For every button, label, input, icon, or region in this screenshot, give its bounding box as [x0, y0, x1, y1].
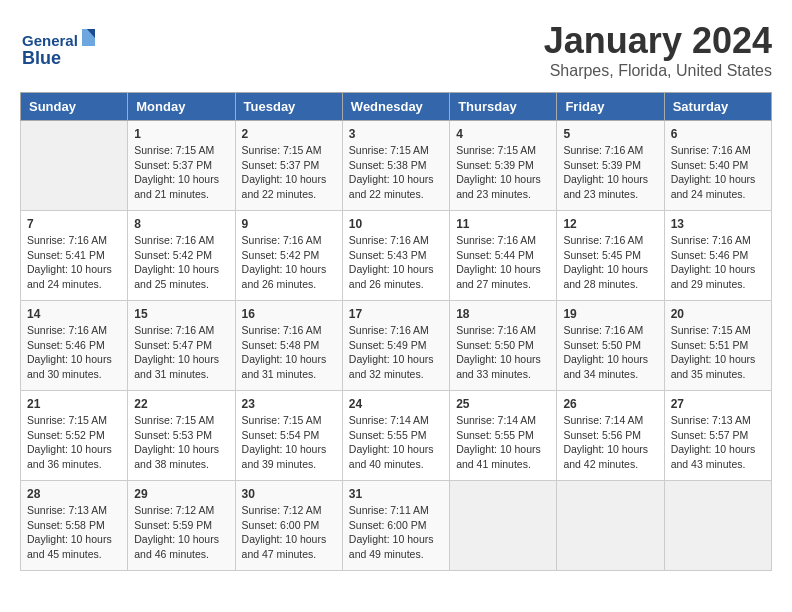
- day-number: 18: [456, 307, 550, 321]
- day-number: 14: [27, 307, 121, 321]
- day-info: Sunrise: 7:16 AMSunset: 5:42 PMDaylight:…: [242, 233, 336, 292]
- calendar-cell: 29Sunrise: 7:12 AMSunset: 5:59 PMDayligh…: [128, 481, 235, 571]
- calendar-cell: [450, 481, 557, 571]
- day-info: Sunrise: 7:16 AMSunset: 5:42 PMDaylight:…: [134, 233, 228, 292]
- calendar-cell: 20Sunrise: 7:15 AMSunset: 5:51 PMDayligh…: [664, 301, 771, 391]
- day-number: 25: [456, 397, 550, 411]
- calendar-cell: 25Sunrise: 7:14 AMSunset: 5:55 PMDayligh…: [450, 391, 557, 481]
- day-number: 21: [27, 397, 121, 411]
- day-number: 10: [349, 217, 443, 231]
- day-info: Sunrise: 7:15 AMSunset: 5:53 PMDaylight:…: [134, 413, 228, 472]
- calendar-subtitle: Sharpes, Florida, United States: [20, 62, 772, 80]
- day-info: Sunrise: 7:13 AMSunset: 5:57 PMDaylight:…: [671, 413, 765, 472]
- day-info: Sunrise: 7:11 AMSunset: 6:00 PMDaylight:…: [349, 503, 443, 562]
- day-number: 26: [563, 397, 657, 411]
- calendar-cell: 18Sunrise: 7:16 AMSunset: 5:50 PMDayligh…: [450, 301, 557, 391]
- day-info: Sunrise: 7:16 AMSunset: 5:47 PMDaylight:…: [134, 323, 228, 382]
- calendar-week-row: 21Sunrise: 7:15 AMSunset: 5:52 PMDayligh…: [21, 391, 772, 481]
- day-info: Sunrise: 7:16 AMSunset: 5:46 PMDaylight:…: [671, 233, 765, 292]
- day-info: Sunrise: 7:16 AMSunset: 5:40 PMDaylight:…: [671, 143, 765, 202]
- day-info: Sunrise: 7:16 AMSunset: 5:46 PMDaylight:…: [27, 323, 121, 382]
- calendar-cell: 9Sunrise: 7:16 AMSunset: 5:42 PMDaylight…: [235, 211, 342, 301]
- calendar-week-row: 28Sunrise: 7:13 AMSunset: 5:58 PMDayligh…: [21, 481, 772, 571]
- day-info: Sunrise: 7:15 AMSunset: 5:54 PMDaylight:…: [242, 413, 336, 472]
- calendar-cell: 6Sunrise: 7:16 AMSunset: 5:40 PMDaylight…: [664, 121, 771, 211]
- calendar-cell: 21Sunrise: 7:15 AMSunset: 5:52 PMDayligh…: [21, 391, 128, 481]
- calendar-cell: 16Sunrise: 7:16 AMSunset: 5:48 PMDayligh…: [235, 301, 342, 391]
- calendar-cell: [21, 121, 128, 211]
- calendar-cell: 22Sunrise: 7:15 AMSunset: 5:53 PMDayligh…: [128, 391, 235, 481]
- calendar-week-row: 1Sunrise: 7:15 AMSunset: 5:37 PMDaylight…: [21, 121, 772, 211]
- day-info: Sunrise: 7:16 AMSunset: 5:39 PMDaylight:…: [563, 143, 657, 202]
- day-info: Sunrise: 7:14 AMSunset: 5:55 PMDaylight:…: [456, 413, 550, 472]
- day-info: Sunrise: 7:15 AMSunset: 5:37 PMDaylight:…: [242, 143, 336, 202]
- calendar-cell: 3Sunrise: 7:15 AMSunset: 5:38 PMDaylight…: [342, 121, 449, 211]
- day-number: 12: [563, 217, 657, 231]
- day-number: 17: [349, 307, 443, 321]
- calendar-cell: 11Sunrise: 7:16 AMSunset: 5:44 PMDayligh…: [450, 211, 557, 301]
- calendar-cell: 10Sunrise: 7:16 AMSunset: 5:43 PMDayligh…: [342, 211, 449, 301]
- header-thursday: Thursday: [450, 93, 557, 121]
- calendar-cell: 13Sunrise: 7:16 AMSunset: 5:46 PMDayligh…: [664, 211, 771, 301]
- logo: General Blue: [20, 24, 100, 78]
- day-info: Sunrise: 7:15 AMSunset: 5:37 PMDaylight:…: [134, 143, 228, 202]
- day-number: 5: [563, 127, 657, 141]
- header-friday: Friday: [557, 93, 664, 121]
- day-number: 9: [242, 217, 336, 231]
- day-number: 28: [27, 487, 121, 501]
- svg-text:Blue: Blue: [22, 48, 61, 68]
- day-number: 23: [242, 397, 336, 411]
- header-wednesday: Wednesday: [342, 93, 449, 121]
- calendar-cell: 28Sunrise: 7:13 AMSunset: 5:58 PMDayligh…: [21, 481, 128, 571]
- day-info: Sunrise: 7:16 AMSunset: 5:49 PMDaylight:…: [349, 323, 443, 382]
- day-number: 22: [134, 397, 228, 411]
- day-number: 13: [671, 217, 765, 231]
- day-number: 31: [349, 487, 443, 501]
- calendar-cell: 4Sunrise: 7:15 AMSunset: 5:39 PMDaylight…: [450, 121, 557, 211]
- svg-text:General: General: [22, 32, 78, 49]
- day-number: 3: [349, 127, 443, 141]
- calendar-table: Sunday Monday Tuesday Wednesday Thursday…: [20, 92, 772, 571]
- calendar-header: January 2024 Sharpes, Florida, United St…: [20, 20, 772, 80]
- day-number: 1: [134, 127, 228, 141]
- day-number: 6: [671, 127, 765, 141]
- day-info: Sunrise: 7:16 AMSunset: 5:50 PMDaylight:…: [563, 323, 657, 382]
- header-saturday: Saturday: [664, 93, 771, 121]
- calendar-week-row: 7Sunrise: 7:16 AMSunset: 5:41 PMDaylight…: [21, 211, 772, 301]
- calendar-cell: 27Sunrise: 7:13 AMSunset: 5:57 PMDayligh…: [664, 391, 771, 481]
- day-info: Sunrise: 7:15 AMSunset: 5:51 PMDaylight:…: [671, 323, 765, 382]
- day-info: Sunrise: 7:15 AMSunset: 5:38 PMDaylight:…: [349, 143, 443, 202]
- day-number: 19: [563, 307, 657, 321]
- calendar-cell: 12Sunrise: 7:16 AMSunset: 5:45 PMDayligh…: [557, 211, 664, 301]
- day-info: Sunrise: 7:16 AMSunset: 5:44 PMDaylight:…: [456, 233, 550, 292]
- calendar-cell: 15Sunrise: 7:16 AMSunset: 5:47 PMDayligh…: [128, 301, 235, 391]
- header-monday: Monday: [128, 93, 235, 121]
- day-info: Sunrise: 7:15 AMSunset: 5:39 PMDaylight:…: [456, 143, 550, 202]
- day-number: 7: [27, 217, 121, 231]
- calendar-cell: 2Sunrise: 7:15 AMSunset: 5:37 PMDaylight…: [235, 121, 342, 211]
- day-number: 16: [242, 307, 336, 321]
- calendar-cell: 23Sunrise: 7:15 AMSunset: 5:54 PMDayligh…: [235, 391, 342, 481]
- day-number: 2: [242, 127, 336, 141]
- calendar-week-row: 14Sunrise: 7:16 AMSunset: 5:46 PMDayligh…: [21, 301, 772, 391]
- day-info: Sunrise: 7:16 AMSunset: 5:43 PMDaylight:…: [349, 233, 443, 292]
- calendar-cell: 19Sunrise: 7:16 AMSunset: 5:50 PMDayligh…: [557, 301, 664, 391]
- day-info: Sunrise: 7:15 AMSunset: 5:52 PMDaylight:…: [27, 413, 121, 472]
- calendar-cell: 5Sunrise: 7:16 AMSunset: 5:39 PMDaylight…: [557, 121, 664, 211]
- day-info: Sunrise: 7:12 AMSunset: 5:59 PMDaylight:…: [134, 503, 228, 562]
- day-info: Sunrise: 7:14 AMSunset: 5:56 PMDaylight:…: [563, 413, 657, 472]
- day-number: 30: [242, 487, 336, 501]
- day-number: 20: [671, 307, 765, 321]
- day-info: Sunrise: 7:16 AMSunset: 5:45 PMDaylight:…: [563, 233, 657, 292]
- calendar-cell: [664, 481, 771, 571]
- day-number: 15: [134, 307, 228, 321]
- day-info: Sunrise: 7:12 AMSunset: 6:00 PMDaylight:…: [242, 503, 336, 562]
- header-sunday: Sunday: [21, 93, 128, 121]
- calendar-cell: 30Sunrise: 7:12 AMSunset: 6:00 PMDayligh…: [235, 481, 342, 571]
- day-number: 11: [456, 217, 550, 231]
- header-tuesday: Tuesday: [235, 93, 342, 121]
- day-number: 24: [349, 397, 443, 411]
- day-number: 27: [671, 397, 765, 411]
- day-info: Sunrise: 7:13 AMSunset: 5:58 PMDaylight:…: [27, 503, 121, 562]
- day-number: 4: [456, 127, 550, 141]
